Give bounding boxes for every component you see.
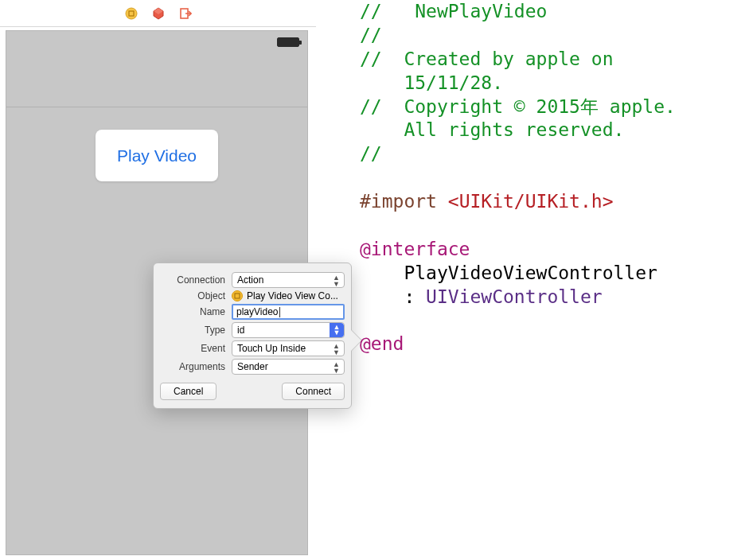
ib-toolbar: [0, 0, 316, 27]
svg-rect-3: [235, 294, 240, 298]
view-controller-badge-icon: [232, 290, 243, 301]
play-video-button[interactable]: Play Video: [96, 130, 218, 181]
nav-bar-area: [6, 53, 307, 107]
connection-popover: Connection Action ▲▼ Object Play Video V…: [153, 262, 352, 409]
connect-button[interactable]: Connect: [282, 383, 345, 400]
code-line: @end: [360, 333, 404, 354]
code-line: #import: [360, 191, 448, 212]
type-select[interactable]: id ▲▼: [232, 322, 345, 338]
arguments-label: Arguments: [160, 361, 232, 372]
arguments-value: Sender: [237, 361, 268, 372]
code-line: <UIKit/UIKit.h>: [448, 191, 614, 212]
code-line: // NewPlayVideo: [360, 1, 547, 21]
cancel-button[interactable]: Cancel: [160, 383, 217, 400]
code-line: PlayVideoViewController: [360, 262, 657, 283]
object-label: Object: [160, 290, 232, 301]
code-editor[interactable]: // NewPlayVideo // // Created by apple o…: [360, 0, 749, 560]
battery-icon: [277, 37, 299, 47]
status-bar: [6, 31, 307, 53]
code-line: :: [360, 286, 426, 307]
updown-icon: ▲▼: [330, 323, 344, 337]
svg-point-0: [126, 8, 137, 19]
arguments-select[interactable]: Sender ▲▼: [232, 359, 345, 375]
name-label: Name: [160, 306, 232, 317]
code-line: //: [360, 25, 382, 45]
connection-label: Connection: [160, 274, 232, 286]
code-line: @interface: [360, 239, 470, 259]
type-label: Type: [160, 325, 232, 336]
play-video-button-label: Play Video: [117, 146, 197, 165]
code-line: All rights reserved.: [360, 119, 624, 140]
updown-icon: ▲▼: [333, 274, 340, 287]
code-line: // Created by apple on: [360, 49, 614, 69]
connection-value: Action: [237, 274, 263, 286]
code-line: // Copyright © 2015年 apple.: [360, 96, 676, 117]
object-value: Play Video View Co...: [247, 290, 338, 301]
name-value: playVideo: [236, 306, 279, 317]
view-controller-icon[interactable]: [125, 7, 138, 20]
name-input[interactable]: playVideo: [232, 304, 345, 320]
updown-icon: ▲▼: [333, 343, 340, 356]
code-line: UIViewController: [426, 286, 603, 307]
first-responder-icon[interactable]: [152, 7, 165, 20]
event-label: Event: [160, 343, 232, 354]
connect-label: Connect: [295, 386, 331, 397]
type-value: id: [237, 325, 244, 336]
exit-icon[interactable]: [179, 7, 192, 20]
code-line: 15/11/28.: [360, 72, 503, 93]
event-value: Touch Up Inside: [237, 343, 306, 354]
text-cursor: [279, 307, 280, 317]
connection-select[interactable]: Action ▲▼: [232, 272, 345, 288]
updown-icon: ▲▼: [333, 361, 340, 374]
event-select[interactable]: Touch Up Inside ▲▼: [232, 340, 345, 356]
code-line: //: [360, 143, 382, 164]
cancel-label: Cancel: [174, 386, 203, 397]
